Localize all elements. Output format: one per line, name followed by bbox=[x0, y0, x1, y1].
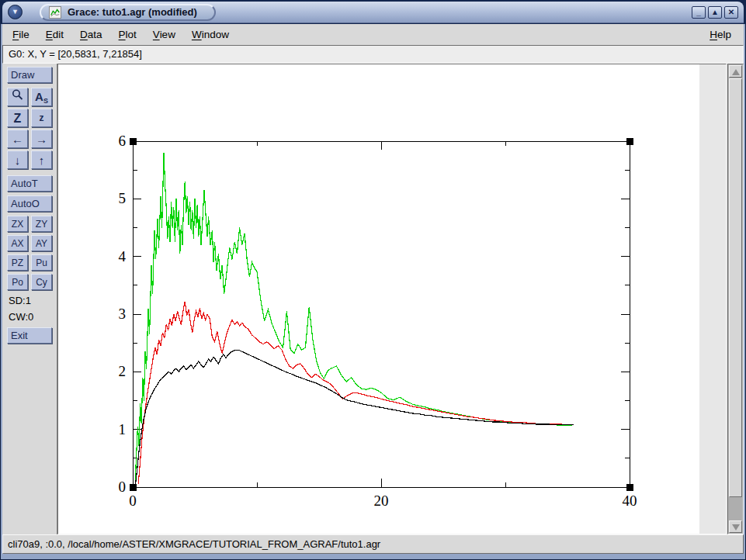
toolbar-button-cy[interactable]: Cy bbox=[31, 274, 52, 290]
side-toolbar: Draw AS Z z ← → ↓ ↑ bbox=[2, 64, 57, 534]
zoom-axis-buttons: ZXZYAXAYPZPuPoCy bbox=[7, 216, 57, 290]
window-menu-button[interactable]: ▼ bbox=[8, 5, 23, 19]
toolbar-button-ay[interactable]: AY bbox=[31, 235, 52, 251]
pan-right-button[interactable]: → bbox=[31, 130, 52, 148]
toolbar-button-po[interactable]: Po bbox=[7, 274, 28, 290]
menu-plot[interactable]: Plot bbox=[113, 26, 143, 43]
series-s2-line bbox=[135, 153, 572, 482]
window-title: Grace: tuto1.agr (modified) bbox=[68, 6, 197, 18]
autotick-button[interactable]: AutoT bbox=[7, 175, 52, 192]
locator-bar: G0: X, Y = [20,5831, 7,21854] bbox=[2, 45, 744, 64]
menu-view[interactable]: View bbox=[147, 26, 182, 43]
y-tick-label: 2 bbox=[119, 363, 127, 379]
series-s1-line bbox=[138, 302, 572, 485]
autoscale-on-read-button[interactable]: AutoO bbox=[7, 195, 52, 212]
title-capsule: Grace: tuto1.agr (modified) bbox=[40, 4, 216, 21]
x-tick-label: 0 bbox=[129, 493, 137, 509]
y-tick-label: 0 bbox=[119, 479, 127, 495]
toolbar-button-pz[interactable]: PZ bbox=[7, 254, 28, 271]
y-tick-label: 5 bbox=[119, 190, 127, 206]
y-tick-label: 3 bbox=[119, 306, 127, 322]
toolbar-button-ax[interactable]: AX bbox=[7, 235, 28, 251]
vertical-scrollbar[interactable] bbox=[727, 64, 744, 534]
toolbar-button-zy[interactable]: ZY bbox=[31, 216, 52, 232]
pan-down-button[interactable]: ↓ bbox=[7, 150, 28, 169]
maximize-button[interactable]: ▲ bbox=[708, 6, 722, 19]
app-window: ▼ Grace: tuto1.agr (modified) _ ▲ ✕ File… bbox=[0, 0, 746, 560]
menu-help[interactable]: Help bbox=[703, 26, 737, 43]
main-area: Draw AS Z z ← → ↓ ↑ bbox=[2, 64, 744, 534]
y-tick-label: 4 bbox=[119, 248, 127, 264]
scrollbar-down-arrow[interactable] bbox=[729, 520, 742, 533]
scrollbar-thumb[interactable] bbox=[729, 78, 742, 497]
x-tick-label: 40 bbox=[623, 493, 637, 509]
menu-window[interactable]: Window bbox=[186, 26, 235, 43]
graph-corner-handle[interactable] bbox=[130, 138, 137, 145]
zoom-in-button[interactable]: Z bbox=[7, 109, 28, 127]
pan-left-button[interactable]: ← bbox=[7, 130, 28, 148]
close-button[interactable]: ✕ bbox=[724, 6, 738, 19]
autoscale-icon: AS bbox=[35, 90, 48, 103]
toolbar-button-pu[interactable]: Pu bbox=[31, 254, 52, 271]
series-s0-line bbox=[135, 350, 574, 487]
graph-corner-handle[interactable] bbox=[626, 484, 633, 491]
draw-button[interactable]: Draw bbox=[7, 67, 52, 83]
magnifier-icon bbox=[11, 88, 24, 102]
status-bar: cli70a9, :0.0, /local/home/ASTER/XMGRACE… bbox=[2, 534, 744, 554]
zoom-tool-button[interactable] bbox=[7, 88, 28, 106]
menu-data[interactable]: Data bbox=[74, 26, 109, 43]
zoom-out-button[interactable]: z bbox=[31, 109, 52, 127]
x-tick-label: 20 bbox=[374, 493, 389, 509]
y-tick-label: 6 bbox=[119, 133, 127, 149]
graph-corner-handle[interactable] bbox=[626, 138, 633, 145]
minimize-button[interactable]: _ bbox=[692, 6, 706, 19]
menu-edit[interactable]: Edit bbox=[40, 26, 70, 43]
plot-canvas[interactable]: 020400123456 bbox=[57, 64, 727, 534]
menu-file[interactable]: File bbox=[6, 26, 36, 43]
app-icon bbox=[49, 6, 61, 19]
titlebar[interactable]: ▼ Grace: tuto1.agr (modified) _ ▲ ✕ bbox=[2, 2, 744, 23]
y-tick-label: 1 bbox=[119, 421, 127, 437]
menubar: FileEditDataPlotViewWindow Help bbox=[2, 24, 744, 45]
stack-depth-label: SD:1 bbox=[9, 295, 57, 306]
menu-items: FileEditDataPlotViewWindow bbox=[2, 29, 235, 40]
exit-button[interactable]: Exit bbox=[7, 327, 52, 344]
curworld-label: CW:0 bbox=[9, 311, 57, 323]
autoscale-button[interactable]: AS bbox=[31, 88, 52, 106]
pan-up-button[interactable]: ↑ bbox=[31, 150, 52, 169]
scrollbar-up-arrow[interactable] bbox=[729, 65, 742, 78]
toolbar-button-zx[interactable]: ZX bbox=[7, 216, 28, 232]
graph-corner-handle[interactable] bbox=[130, 484, 137, 491]
graph-plot[interactable]: 020400123456 bbox=[58, 64, 727, 534]
